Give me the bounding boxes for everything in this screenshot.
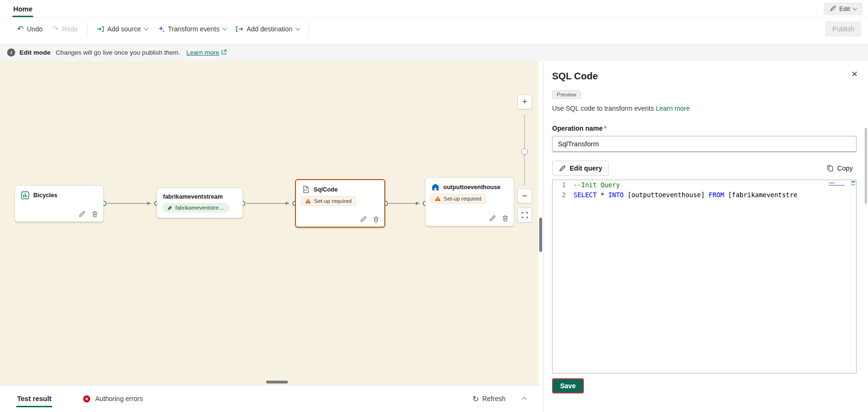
edit-query-label: Edit query bbox=[570, 164, 602, 172]
tab-home[interactable]: Home bbox=[11, 0, 35, 17]
collapse-panel-button[interactable] bbox=[520, 392, 529, 406]
line-content: --Init Query bbox=[573, 180, 620, 190]
query-actions-row: Edit query Copy bbox=[552, 161, 857, 176]
zoom-in-button[interactable]: + bbox=[517, 95, 532, 109]
external-link-icon bbox=[221, 49, 227, 55]
code-line[interactable]: 1--Init Query bbox=[553, 180, 856, 190]
eventhouse-icon bbox=[431, 183, 439, 191]
node-sqlcode[interactable]: SqlCode Set-up required bbox=[295, 179, 385, 228]
code-lines: 1--Init Query2SELECT * INTO [outputtoeve… bbox=[553, 180, 856, 200]
horizontal-scrollbar-thumb[interactable] bbox=[266, 381, 288, 383]
warning-icon bbox=[305, 198, 311, 204]
canvas-column: Bicycles fabrikameventstream bbox=[0, 61, 543, 412]
transform-events-label: Transform events bbox=[168, 25, 219, 33]
toolbar-divider bbox=[308, 24, 309, 34]
status-badge: Set-up required bbox=[430, 194, 486, 203]
eventstream-canvas[interactable]: Bicycles fabrikameventstream bbox=[0, 61, 538, 385]
pencil-icon bbox=[559, 165, 566, 172]
transform-events-button[interactable]: Transform events bbox=[153, 22, 231, 36]
vertical-scrollbar-track[interactable] bbox=[538, 61, 543, 385]
node-eventstream[interactable]: fabrikameventstream fabrikameventstre… bbox=[157, 188, 243, 218]
panel-description: Use SQL code to transform events Learn m… bbox=[552, 105, 857, 112]
ribbon-toolbar: ↶ Undo ↷ Redo Add source Transform event… bbox=[0, 18, 868, 40]
info-icon: i bbox=[7, 48, 15, 57]
panel-learn-more-link[interactable]: Learn more bbox=[656, 105, 690, 112]
warning-icon bbox=[435, 196, 441, 201]
zoom-slider-handle[interactable] bbox=[521, 148, 528, 155]
edit-mode-dropdown-button[interactable]: Edit bbox=[824, 3, 862, 15]
tab-authoring-errors[interactable]: Authoring errors bbox=[83, 395, 143, 403]
authoring-errors-label: Authoring errors bbox=[95, 395, 143, 402]
edit-node-icon[interactable] bbox=[360, 216, 367, 223]
undo-button[interactable]: ↶ Undo bbox=[12, 22, 48, 36]
redo-button[interactable]: ↷ Redo bbox=[48, 22, 83, 36]
status-badge-label: Set-up required bbox=[444, 196, 481, 201]
sql-code-panel: × SQL Code Preview Use SQL code to trans… bbox=[543, 61, 868, 412]
sql-code-editor[interactable]: 1--Init Query2SELECT * INTO [outputtoeve… bbox=[552, 180, 857, 374]
operation-name-label: Operation name* bbox=[552, 125, 857, 132]
eventstream-editor-window: Home Edit ↶ Undo ↷ Redo Add source Trans… bbox=[0, 0, 868, 412]
node-bicycles[interactable]: Bicycles bbox=[15, 185, 104, 222]
chevron-up-icon bbox=[522, 397, 527, 402]
edit-mode-banner: i Edit mode Changes will go live once yo… bbox=[0, 43, 868, 61]
copy-label: Copy bbox=[837, 164, 853, 172]
required-asterisk: * bbox=[604, 125, 607, 132]
node-label: outputtoeventhouse bbox=[443, 184, 500, 191]
chevron-down-icon bbox=[143, 26, 148, 30]
stream-pill[interactable]: fabrikameventstre… bbox=[162, 203, 229, 212]
delete-node-icon[interactable] bbox=[91, 211, 98, 218]
save-button[interactable]: Save bbox=[552, 378, 584, 393]
node-eventhouse[interactable]: outputtoeventhouse Set-up required bbox=[425, 177, 514, 226]
tab-test-result[interactable]: Test result bbox=[16, 386, 52, 412]
undo-label: Undo bbox=[27, 25, 42, 33]
title-bar: Home Edit bbox=[0, 0, 868, 18]
sample-data-icon bbox=[21, 191, 29, 200]
status-badge-label: Set-up required bbox=[314, 198, 352, 204]
operation-name-input[interactable] bbox=[552, 136, 857, 152]
stream-pill-label: fabrikameventstre… bbox=[175, 205, 224, 211]
panel-scrollbar-thumb[interactable] bbox=[865, 128, 867, 204]
redo-icon: ↷ bbox=[52, 25, 58, 33]
error-icon bbox=[83, 395, 91, 403]
add-source-label: Add source bbox=[107, 25, 141, 33]
test-result-label: Test result bbox=[17, 395, 51, 402]
preview-badge: Preview bbox=[552, 90, 581, 99]
node-label: SqlCode bbox=[314, 186, 338, 193]
copy-button[interactable]: Copy bbox=[823, 162, 857, 175]
editor-overview-ruler[interactable] bbox=[850, 180, 856, 373]
line-content: SELECT * INTO [outputtoeventhouse] FROM … bbox=[573, 190, 797, 200]
learn-more-label: Learn more bbox=[186, 49, 219, 56]
banner-title: Edit mode bbox=[19, 49, 50, 56]
main-area: Bicycles fabrikameventstream bbox=[0, 61, 868, 412]
add-destination-icon bbox=[236, 25, 243, 33]
toolbar-divider bbox=[87, 24, 87, 34]
refresh-button[interactable]: ↻ Refresh bbox=[473, 394, 506, 403]
zoom-out-button[interactable]: − bbox=[517, 189, 532, 203]
add-source-button[interactable]: Add source bbox=[92, 22, 153, 36]
refresh-icon: ↻ bbox=[473, 394, 479, 403]
chevron-down-icon bbox=[853, 6, 858, 10]
line-number: 1 bbox=[553, 180, 573, 190]
redo-label: Redo bbox=[62, 25, 77, 33]
delete-node-icon[interactable] bbox=[502, 215, 509, 222]
chevron-down-icon bbox=[295, 26, 300, 30]
close-panel-button[interactable]: × bbox=[851, 69, 858, 79]
fit-to-screen-button[interactable] bbox=[517, 208, 532, 222]
edit-node-icon[interactable] bbox=[489, 215, 496, 222]
editor-minimap bbox=[829, 182, 849, 186]
edit-query-button[interactable]: Edit query bbox=[552, 161, 609, 176]
code-line[interactable]: 2SELECT * INTO [outputtoeventhouse] FROM… bbox=[553, 190, 856, 200]
refresh-label: Refresh bbox=[482, 395, 506, 402]
description-text: Use SQL code to transform events bbox=[552, 105, 654, 112]
add-destination-button[interactable]: Add destination bbox=[231, 22, 304, 36]
delete-node-icon[interactable] bbox=[372, 216, 380, 223]
vertical-scrollbar-thumb[interactable] bbox=[539, 218, 542, 252]
edit-mode-label: Edit bbox=[839, 5, 850, 12]
banner-learn-more-link[interactable]: Learn more bbox=[186, 49, 227, 56]
line-number: 2 bbox=[553, 190, 573, 200]
edit-node-icon[interactable] bbox=[78, 211, 86, 218]
node-label: fabrikameventstream bbox=[163, 193, 223, 200]
bottom-status-bar: Test result Authoring errors ↻ Refresh bbox=[0, 385, 543, 412]
fit-to-screen-icon bbox=[521, 211, 528, 219]
publish-button[interactable]: Publish bbox=[825, 21, 861, 37]
